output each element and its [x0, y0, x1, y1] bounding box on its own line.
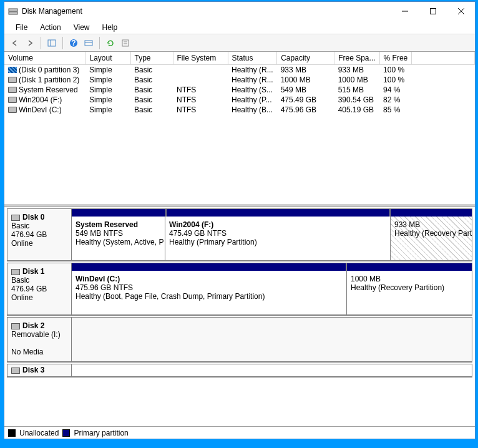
show-hide-button[interactable] [45, 36, 59, 50]
disk-label[interactable]: Disk 3 [7, 364, 72, 377]
volume-name: Win2004 (F:) [19, 95, 62, 104]
col-capacity[interactable]: Capacity [277, 52, 334, 64]
toolbar-separator [99, 37, 100, 49]
partition[interactable]: System Reserved 549 MB NTFS Healthy (Sys… [72, 217, 165, 260]
disk-header-bar [72, 263, 472, 271]
menu-file[interactable]: File [9, 22, 34, 33]
volume-name: (Disk 1 partition 2) [19, 75, 79, 84]
svg-rect-10 [85, 41, 92, 46]
col-type[interactable]: Type [130, 52, 173, 64]
col-spacer [412, 52, 475, 64]
disk-row-3[interactable]: Disk 3 [7, 364, 472, 377]
volume-icon [8, 107, 17, 113]
disk-icon [11, 215, 20, 221]
svg-rect-12 [122, 40, 129, 46]
partition-recovery[interactable]: 933 MB Healthy (Recovery Partition) [391, 217, 472, 260]
col-fs[interactable]: File System [173, 52, 228, 64]
volume-row[interactable]: (Disk 0 partition 3)SimpleBasicHealthy (… [4, 64, 475, 75]
toolbar-separator [41, 37, 41, 49]
maximize-button[interactable] [419, 2, 447, 21]
disk-label[interactable]: Disk 1 Basic 476.94 GB Online [7, 263, 72, 315]
disk-row-1[interactable]: Disk 1 Basic 476.94 GB Online WinDevI (C… [7, 263, 472, 316]
forward-button[interactable] [23, 36, 37, 50]
col-layout[interactable]: Layout [85, 52, 130, 64]
help-button[interactable]: ? [67, 36, 80, 50]
svg-rect-0 [9, 9, 17, 11]
legend: Unallocated Primary partition [4, 426, 475, 439]
volume-icon [8, 97, 17, 103]
app-icon [8, 6, 18, 16]
svg-rect-1 [9, 12, 17, 14]
menu-action[interactable]: Action [34, 22, 67, 33]
menubar: File Action View Help [4, 21, 475, 34]
col-pct[interactable]: % Free [379, 52, 412, 64]
legend-label-unallocated: Unallocated [19, 429, 59, 437]
disk-icon [11, 269, 20, 275]
col-free[interactable]: Free Spa... [334, 52, 379, 64]
volume-table[interactable]: Volume Layout Type File System Status Ca… [4, 52, 475, 115]
refresh-button[interactable] [104, 36, 117, 50]
volume-icon [8, 77, 17, 83]
volume-list-pane[interactable]: Volume Layout Type File System Status Ca… [4, 52, 475, 207]
disk-label[interactable]: Disk 0 Basic 476.94 GB Online [7, 208, 72, 261]
titlebar[interactable]: Disk Management [4, 2, 475, 21]
no-media-area [72, 318, 472, 361]
properties-button[interactable] [119, 36, 132, 50]
svg-rect-3 [430, 9, 436, 14]
volume-name: WinDevI (C:) [19, 105, 62, 114]
svg-text:?: ? [71, 39, 76, 47]
toolbar-separator [62, 37, 63, 49]
back-button[interactable] [8, 36, 22, 50]
close-button[interactable] [447, 2, 475, 21]
svg-rect-6 [48, 40, 56, 46]
partition[interactable]: WinDevI (C:) 475.96 GB NTFS Healthy (Boo… [72, 271, 347, 314]
disk-label[interactable]: Disk 2 Removable (I:) No Media [7, 317, 72, 362]
volume-row[interactable]: Win2004 (F:)SimpleBasicNTFSHealthy (P...… [4, 95, 475, 105]
volume-icon [8, 67, 17, 73]
disk-header-bar [72, 209, 472, 217]
partition[interactable]: Win2004 (F:) 475.49 GB NTFS Healthy (Pri… [165, 217, 391, 260]
legend-swatch-unallocated [8, 429, 16, 437]
disk-icon [11, 323, 20, 329]
volume-row[interactable]: System ReservedSimpleBasicNTFSHealthy (S… [4, 85, 475, 95]
disk-row-2[interactable]: Disk 2 Removable (I:) No Media [7, 317, 472, 363]
volume-row[interactable]: (Disk 1 partition 2)SimpleBasicHealthy (… [4, 75, 475, 85]
volume-row[interactable]: WinDevI (C:)SimpleBasicNTFSHealthy (B...… [4, 105, 475, 115]
legend-swatch-primary [62, 429, 70, 437]
minimize-button[interactable] [391, 2, 419, 21]
window-title: Disk Management [22, 7, 391, 16]
disk-management-window: Disk Management File Action View Help ? … [4, 1, 476, 439]
partition-recovery[interactable]: 1000 MB Healthy (Recovery Partition) [347, 271, 472, 314]
settings-button[interactable] [82, 36, 95, 50]
volume-icon [8, 87, 17, 93]
disk-graphic-pane[interactable]: Disk 0 Basic 476.94 GB Online System Res… [4, 207, 475, 426]
col-volume[interactable]: Volume [4, 52, 85, 64]
volume-name: System Reserved [19, 85, 78, 94]
legend-label-primary: Primary partition [74, 429, 128, 437]
col-status[interactable]: Status [228, 52, 277, 64]
volume-name: (Disk 0 partition 3) [19, 66, 79, 74]
disk-icon [11, 368, 20, 374]
toolbar: ? [4, 34, 475, 52]
disk-row-0[interactable]: Disk 0 Basic 476.94 GB Online System Res… [7, 208, 472, 261]
menu-help[interactable]: Help [96, 22, 124, 33]
menu-view[interactable]: View [67, 22, 96, 33]
